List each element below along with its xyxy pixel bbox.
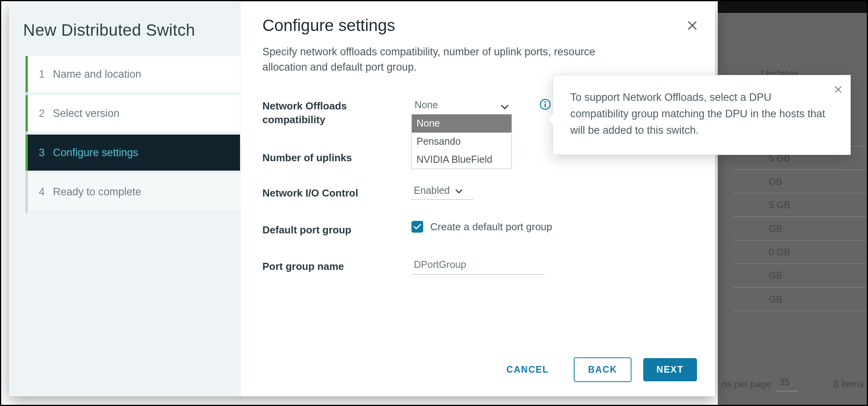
step-label: Configure settings xyxy=(53,147,138,159)
chevron-down-icon xyxy=(501,101,509,112)
select-value-text: None xyxy=(415,99,438,110)
step-number: 2 xyxy=(39,107,53,120)
tooltip-text: To support Network Offloads, select a DP… xyxy=(570,91,825,136)
close-icon xyxy=(687,20,698,31)
offloads-dropdown-list: None Pensando NVIDIA BlueField xyxy=(411,114,512,169)
table-row: GB xyxy=(733,288,867,311)
wizard-steps: 1 Name and location 2 Select version 3 C… xyxy=(25,56,240,213)
pg-name-label: Port group name xyxy=(262,257,411,273)
uplinks-label: Number of uplinks xyxy=(262,149,411,165)
background-pagination: ns per page 35 8 items xyxy=(722,377,864,391)
row-port-group-name: Port group name xyxy=(262,257,693,275)
row-default-port-group: Default port group Create a default port… xyxy=(262,221,693,237)
app-frame: Updates GB 5 GB GB 5 GB GB 0 GB GB GB ns… xyxy=(0,0,868,406)
step-label: Name and location xyxy=(53,68,141,80)
page-subtitle: Specify network offloads compatibility, … xyxy=(262,44,615,75)
wizard-step-configure-settings[interactable]: 3 Configure settings xyxy=(28,135,240,174)
table-row: 0 GB xyxy=(733,240,867,264)
default-pg-checkbox-label: Create a default port group xyxy=(430,221,552,233)
offloads-select-value[interactable]: None xyxy=(411,97,512,115)
wizard-step-select-version[interactable]: 2 Select version xyxy=(28,95,240,135)
step-label: Ready to complete xyxy=(53,186,141,198)
background-topbar xyxy=(718,1,867,13)
nioc-label: Network I/O Control xyxy=(262,184,411,200)
per-page-value: 35 xyxy=(779,377,790,388)
nioc-select-value: Enabled xyxy=(414,185,450,196)
svg-point-1 xyxy=(544,101,546,103)
wizard-content: Configure settings Specify network offlo… xyxy=(240,2,715,396)
table-row: GB xyxy=(733,170,867,193)
svg-rect-2 xyxy=(545,104,546,107)
step-number: 4 xyxy=(39,186,53,198)
offloads-tooltip: To support Network Offloads, select a DP… xyxy=(553,75,851,155)
page-title: Configure settings xyxy=(262,16,693,35)
dialog-footer: CANCEL BACK NEXT xyxy=(493,357,697,382)
table-row: GB xyxy=(733,217,867,240)
offloads-option-nvidia-bluefield[interactable]: NVIDIA BlueField xyxy=(412,151,511,169)
step-label: Select version xyxy=(53,107,120,120)
table-row: 5 GB xyxy=(733,193,867,217)
info-icon[interactable] xyxy=(539,98,551,112)
cancel-button[interactable]: CANCEL xyxy=(493,358,562,381)
wizard-step-name-location[interactable]: 1 Name and location xyxy=(28,56,240,95)
back-button[interactable]: BACK xyxy=(574,357,631,382)
row-nioc: Network I/O Control Enabled xyxy=(262,184,693,200)
offloads-option-none[interactable]: None xyxy=(412,115,511,133)
wizard-title: New Distributed Switch xyxy=(9,14,240,56)
offloads-option-pensando[interactable]: Pensando xyxy=(412,133,511,151)
wizard-dialog: New Distributed Switch 1 Name and locati… xyxy=(9,2,715,396)
total-items-label: 8 items xyxy=(833,379,864,390)
check-icon xyxy=(413,224,421,230)
chevron-down-icon xyxy=(455,185,462,196)
per-page-label: ns per page xyxy=(722,379,772,390)
wizard-step-ready-complete[interactable]: 4 Ready to complete xyxy=(28,174,240,213)
offloads-select[interactable]: None None Pensando NVIDIA BlueField xyxy=(411,97,512,115)
background-page: Updates GB 5 GB GB 5 GB GB 0 GB GB GB ns… xyxy=(718,1,867,405)
next-button[interactable]: NEXT xyxy=(643,358,697,381)
step-number: 1 xyxy=(39,68,53,80)
default-pg-checkbox[interactable] xyxy=(411,221,423,233)
step-number: 3 xyxy=(39,147,53,159)
table-row: GB xyxy=(733,264,867,288)
offloads-label: Network Offloads compatibility xyxy=(262,97,411,127)
wizard-sidebar: New Distributed Switch 1 Name and locati… xyxy=(9,2,240,396)
per-page-select[interactable]: 35 xyxy=(776,377,799,391)
close-icon xyxy=(834,85,843,94)
default-pg-label: Default port group xyxy=(262,221,411,237)
tooltip-close-button[interactable] xyxy=(834,82,843,99)
close-button[interactable] xyxy=(684,17,701,34)
port-group-name-input[interactable] xyxy=(411,257,545,275)
row-offloads-compat: Network Offloads compatibility None None… xyxy=(262,97,693,127)
nioc-select[interactable]: Enabled xyxy=(411,184,473,200)
